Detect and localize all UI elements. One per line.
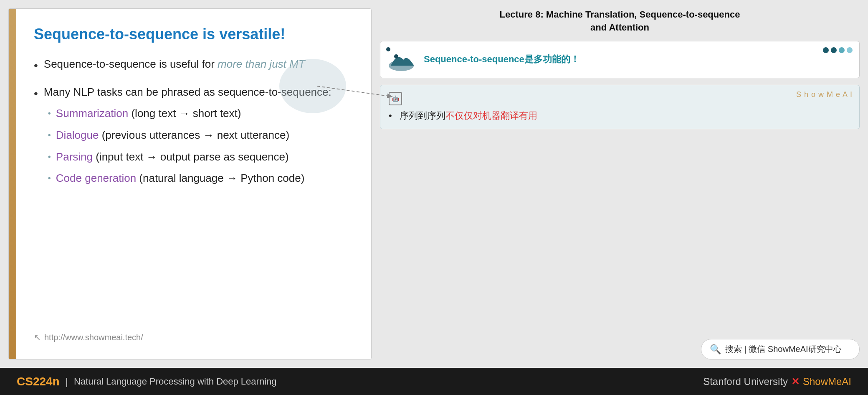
sub-label-2: Dialogue	[56, 129, 99, 141]
bullet-1-text: Sequence-to-sequence is useful for more …	[44, 56, 305, 73]
showmeai-card-text: • 序列到序列不仅仅对机器翻译有用	[389, 110, 851, 122]
teal-circle-2	[831, 47, 837, 53]
slide-panel: Sequence-to-sequence is versatile! • Seq…	[8, 8, 372, 359]
sub-bullet-4-text: Code generation (natural language → Pyth…	[56, 170, 305, 187]
sub-bullet-3-text: Parsing (input text → output parse as se…	[56, 148, 289, 166]
svg-line-0	[317, 86, 392, 97]
mini-slide: Sequence-to-sequence是多功能的！	[380, 41, 860, 78]
lecture-header-line1: Lecture 8: Machine Translation, Sequence…	[384, 8, 855, 21]
cursor-icon: ↖	[34, 332, 41, 342]
sub-label-3: Parsing	[56, 150, 93, 163]
sub-bullets: • Summarization (long text → short text)…	[44, 105, 332, 187]
bullet-dot-2: •	[34, 84, 38, 103]
sub-bullet-3: • Parsing (input text → output parse as …	[48, 148, 332, 166]
sub-rest-4: (natural language → Python code)	[136, 172, 304, 184]
sub-rest-3: (input text → output parse as sequence)	[93, 150, 289, 163]
cs224n-label: CS224n	[17, 375, 60, 388]
teal-circle-4	[847, 47, 853, 53]
sub-bullet-dot-3: •	[48, 150, 51, 163]
search-icon: 🔍	[710, 344, 721, 355]
showmeai-brand: ShowMeAI	[803, 376, 851, 387]
sub-label-4: Code generation	[56, 172, 136, 184]
right-spacer	[380, 136, 860, 332]
card-red: 不仅仅对机器翻译有用	[445, 110, 537, 121]
course-title: Natural Language Processing with Deep Le…	[74, 376, 277, 387]
lecture-header: Lecture 8: Machine Translation, Sequence…	[380, 8, 860, 34]
bullet-dot-1: •	[34, 56, 38, 75]
sub-bullet-1: • Summarization (long text → short text)	[48, 105, 332, 122]
svg-point-2	[394, 54, 398, 59]
mini-wave-svg	[389, 48, 418, 71]
mini-slide-decoration	[823, 47, 853, 53]
bottom-right: Stanford University ✕ ShowMeAI	[703, 376, 851, 387]
right-panel: Lecture 8: Machine Translation, Sequence…	[380, 8, 860, 359]
mini-slide-title-container: Sequence-to-sequence是多功能的！	[424, 53, 580, 66]
mini-slide-title: Sequence-to-sequence是多功能的！	[424, 54, 580, 64]
slide-left-bar	[9, 9, 16, 359]
sub-rest-2: (previous utterances → next utterance)	[99, 129, 289, 141]
sub-bullet-dot-1: •	[48, 107, 51, 120]
bottom-bar: CS224n | Natural Language Processing wit…	[0, 368, 868, 395]
showmeai-label: S h o w M e A I	[796, 90, 853, 99]
slide-footer: ↖ http://www.showmeai.tech/	[34, 332, 350, 342]
sub-bullet-4: • Code generation (natural language → Py…	[48, 170, 332, 187]
footer-url: http://www.showmeai.tech/	[44, 333, 143, 342]
stanford-label: Stanford University	[703, 376, 788, 387]
dashed-arrow	[317, 74, 409, 107]
card-before: 序列到序列	[400, 110, 445, 121]
mini-dot-tl	[386, 47, 390, 51]
teal-circles	[823, 47, 853, 53]
slide-title: Sequence-to-sequence is versatile!	[34, 25, 350, 43]
sub-bullet-1-text: Summarization (long text → short text)	[56, 105, 241, 122]
bullet-prefix: •	[389, 110, 397, 121]
divider-bar: |	[66, 376, 68, 387]
showmeai-card: 🤖 S h o w M e A I • 序列到序列不仅仅对机器翻译有用	[380, 85, 860, 129]
teal-circle-3	[839, 47, 845, 53]
bottom-left: CS224n | Natural Language Processing wit…	[17, 375, 277, 388]
sub-bullet-2-text: Dialogue (previous utterances → next utt…	[56, 127, 289, 144]
lecture-header-line2: and Attention	[384, 21, 855, 34]
sub-label-1: Summarization	[56, 107, 128, 120]
sub-rest-1: (long text → short text)	[128, 107, 241, 120]
search-bar-wrapper: 🔍 搜索 | 微信 ShowMeAI研究中心	[380, 339, 860, 359]
sub-bullet-2: • Dialogue (previous utterances → next u…	[48, 127, 332, 144]
bullet-1-before: Sequence-to-sequence is useful for	[44, 58, 218, 70]
search-bar[interactable]: 🔍 搜索 | 微信 ShowMeAI研究中心	[701, 339, 860, 359]
sub-bullet-dot-4: •	[48, 171, 51, 185]
search-text: 搜索 | 微信 ShowMeAI研究中心	[725, 344, 842, 355]
x-mark: ✕	[791, 376, 800, 387]
teal-circle-1	[823, 47, 829, 53]
sub-bullet-dot-2: •	[48, 128, 51, 142]
